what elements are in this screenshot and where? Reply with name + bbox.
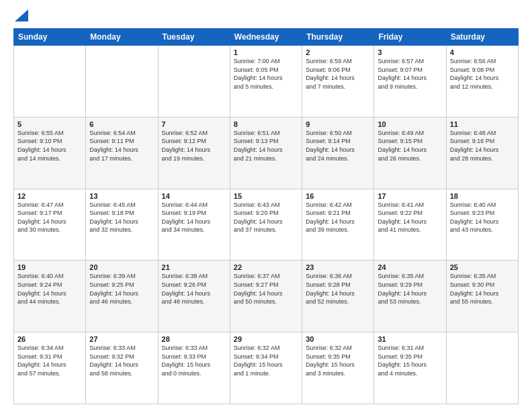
day-cell: 3Sunrise: 6:57 AMSunset: 9:07 PMDaylight… <box>374 46 446 118</box>
day-info: Sunrise: 6:50 AMSunset: 9:14 PMDaylight:… <box>306 129 370 163</box>
day-info: Sunrise: 6:42 AMSunset: 9:21 PMDaylight:… <box>306 201 370 234</box>
day-cell: 15Sunrise: 6:43 AMSunset: 9:20 PMDayligh… <box>230 189 302 261</box>
day-number: 27 <box>89 335 154 343</box>
day-cell: 6Sunrise: 6:54 AMSunset: 9:11 PMDaylight… <box>86 117 158 189</box>
day-number: 24 <box>378 263 442 271</box>
day-cell: 21Sunrise: 6:38 AMSunset: 9:26 PMDayligh… <box>158 261 230 332</box>
day-number: 13 <box>89 192 154 200</box>
day-info: Sunrise: 6:43 AMSunset: 9:20 PMDaylight:… <box>234 201 298 234</box>
day-cell <box>446 332 518 404</box>
day-cell: 13Sunrise: 6:45 AMSunset: 9:18 PMDayligh… <box>86 189 158 261</box>
day-number: 17 <box>378 192 442 200</box>
svg-marker-0 <box>15 9 28 21</box>
day-cell: 27Sunrise: 6:33 AMSunset: 9:32 PMDayligh… <box>86 332 158 404</box>
day-cell <box>14 46 86 118</box>
week-row-3: 12Sunrise: 6:47 AMSunset: 9:17 PMDayligh… <box>14 189 519 261</box>
day-cell: 25Sunrise: 6:35 AMSunset: 9:30 PMDayligh… <box>446 261 518 332</box>
day-number: 22 <box>234 263 298 271</box>
day-info: Sunrise: 6:32 AMSunset: 9:34 PMDaylight:… <box>234 344 298 377</box>
day-info: Sunrise: 6:33 AMSunset: 9:32 PMDaylight:… <box>89 344 154 377</box>
day-number: 14 <box>162 192 226 200</box>
day-cell: 19Sunrise: 6:40 AMSunset: 9:24 PMDayligh… <box>14 261 86 332</box>
day-info: Sunrise: 6:31 AMSunset: 9:35 PMDaylight:… <box>378 344 442 377</box>
day-number: 31 <box>378 335 442 343</box>
week-row-4: 19Sunrise: 6:40 AMSunset: 9:24 PMDayligh… <box>14 261 519 332</box>
day-cell: 11Sunrise: 6:48 AMSunset: 9:16 PMDayligh… <box>446 117 518 189</box>
day-number: 1 <box>234 48 298 56</box>
week-row-1: 1Sunrise: 7:00 AMSunset: 9:05 PMDaylight… <box>14 46 519 118</box>
day-number: 12 <box>17 192 82 200</box>
page: SundayMondayTuesdayWednesdayThursdayFrid… <box>0 0 532 411</box>
day-cell: 16Sunrise: 6:42 AMSunset: 9:21 PMDayligh… <box>302 189 374 261</box>
day-info: Sunrise: 6:32 AMSunset: 9:35 PMDaylight:… <box>306 344 370 377</box>
day-cell: 20Sunrise: 6:39 AMSunset: 9:25 PMDayligh… <box>86 261 158 332</box>
calendar-table: SundayMondayTuesdayWednesdayThursdayFrid… <box>13 28 519 404</box>
day-cell: 9Sunrise: 6:50 AMSunset: 9:14 PMDaylight… <box>302 117 374 189</box>
day-cell: 18Sunrise: 6:40 AMSunset: 9:23 PMDayligh… <box>446 189 518 261</box>
day-info: Sunrise: 6:49 AMSunset: 9:15 PMDaylight:… <box>378 129 442 163</box>
day-info: Sunrise: 6:41 AMSunset: 9:22 PMDaylight:… <box>378 201 442 234</box>
week-row-2: 5Sunrise: 6:55 AMSunset: 9:10 PMDaylight… <box>14 117 519 189</box>
weekday-header-tuesday: Tuesday <box>158 29 230 46</box>
day-info: Sunrise: 6:40 AMSunset: 9:23 PMDaylight:… <box>450 201 515 234</box>
day-number: 11 <box>450 120 515 128</box>
day-info: Sunrise: 6:35 AMSunset: 9:30 PMDaylight:… <box>450 272 515 306</box>
day-cell <box>158 46 230 118</box>
day-info: Sunrise: 6:55 AMSunset: 9:10 PMDaylight:… <box>17 129 82 163</box>
day-number: 18 <box>450 192 515 200</box>
day-info: Sunrise: 6:45 AMSunset: 9:18 PMDaylight:… <box>89 201 154 234</box>
day-cell: 24Sunrise: 6:35 AMSunset: 9:29 PMDayligh… <box>374 261 446 332</box>
logo-triangle-icon <box>15 9 28 21</box>
day-info: Sunrise: 6:48 AMSunset: 9:16 PMDaylight:… <box>450 129 515 163</box>
day-info: Sunrise: 6:40 AMSunset: 9:24 PMDaylight:… <box>17 272 82 306</box>
day-info: Sunrise: 6:35 AMSunset: 9:29 PMDaylight:… <box>378 272 442 306</box>
day-cell: 1Sunrise: 7:00 AMSunset: 9:05 PMDaylight… <box>230 46 302 118</box>
day-cell: 17Sunrise: 6:41 AMSunset: 9:22 PMDayligh… <box>374 189 446 261</box>
day-number: 5 <box>17 120 82 128</box>
day-info: Sunrise: 6:59 AMSunset: 9:06 PMDaylight:… <box>306 57 370 91</box>
day-cell: 10Sunrise: 6:49 AMSunset: 9:15 PMDayligh… <box>374 117 446 189</box>
day-cell: 30Sunrise: 6:32 AMSunset: 9:35 PMDayligh… <box>302 332 374 404</box>
day-info: Sunrise: 6:51 AMSunset: 9:13 PMDaylight:… <box>234 129 298 163</box>
day-cell: 5Sunrise: 6:55 AMSunset: 9:10 PMDaylight… <box>14 117 86 189</box>
day-number: 30 <box>306 335 370 343</box>
weekday-header-monday: Monday <box>86 29 158 46</box>
day-info: Sunrise: 7:00 AMSunset: 9:05 PMDaylight:… <box>234 57 298 91</box>
day-info: Sunrise: 6:44 AMSunset: 9:19 PMDaylight:… <box>162 201 226 234</box>
header <box>13 11 519 21</box>
weekday-header-thursday: Thursday <box>302 29 374 46</box>
day-cell: 7Sunrise: 6:52 AMSunset: 9:12 PMDaylight… <box>158 117 230 189</box>
day-info: Sunrise: 6:39 AMSunset: 9:25 PMDaylight:… <box>89 272 154 306</box>
day-info: Sunrise: 6:54 AMSunset: 9:11 PMDaylight:… <box>89 129 154 163</box>
day-cell: 14Sunrise: 6:44 AMSunset: 9:19 PMDayligh… <box>158 189 230 261</box>
day-number: 26 <box>17 335 82 343</box>
day-info: Sunrise: 6:52 AMSunset: 9:12 PMDaylight:… <box>162 129 226 163</box>
day-number: 21 <box>162 263 226 271</box>
day-cell: 2Sunrise: 6:59 AMSunset: 9:06 PMDaylight… <box>302 46 374 118</box>
day-cell: 26Sunrise: 6:34 AMSunset: 9:31 PMDayligh… <box>14 332 86 404</box>
day-number: 15 <box>234 192 298 200</box>
week-row-5: 26Sunrise: 6:34 AMSunset: 9:31 PMDayligh… <box>14 332 519 404</box>
day-info: Sunrise: 6:36 AMSunset: 9:28 PMDaylight:… <box>306 272 370 306</box>
day-number: 29 <box>234 335 298 343</box>
day-number: 2 <box>306 48 370 56</box>
weekday-header-saturday: Saturday <box>446 29 518 46</box>
weekday-header-row: SundayMondayTuesdayWednesdayThursdayFrid… <box>14 29 519 46</box>
day-cell: 22Sunrise: 6:37 AMSunset: 9:27 PMDayligh… <box>230 261 302 332</box>
day-info: Sunrise: 6:57 AMSunset: 9:07 PMDaylight:… <box>378 57 442 91</box>
day-number: 16 <box>306 192 370 200</box>
day-number: 9 <box>306 120 370 128</box>
day-number: 28 <box>162 335 226 343</box>
day-number: 3 <box>378 48 442 56</box>
day-cell: 28Sunrise: 6:33 AMSunset: 9:33 PMDayligh… <box>158 332 230 404</box>
day-number: 20 <box>89 263 154 271</box>
day-cell: 8Sunrise: 6:51 AMSunset: 9:13 PMDaylight… <box>230 117 302 189</box>
day-cell: 23Sunrise: 6:36 AMSunset: 9:28 PMDayligh… <box>302 261 374 332</box>
day-info: Sunrise: 6:38 AMSunset: 9:26 PMDaylight:… <box>162 272 226 306</box>
day-number: 25 <box>450 263 515 271</box>
day-number: 6 <box>89 120 154 128</box>
day-info: Sunrise: 6:33 AMSunset: 9:33 PMDaylight:… <box>162 344 226 377</box>
day-info: Sunrise: 6:56 AMSunset: 9:08 PMDaylight:… <box>450 57 515 91</box>
day-cell: 31Sunrise: 6:31 AMSunset: 9:35 PMDayligh… <box>374 332 446 404</box>
weekday-header-sunday: Sunday <box>14 29 86 46</box>
